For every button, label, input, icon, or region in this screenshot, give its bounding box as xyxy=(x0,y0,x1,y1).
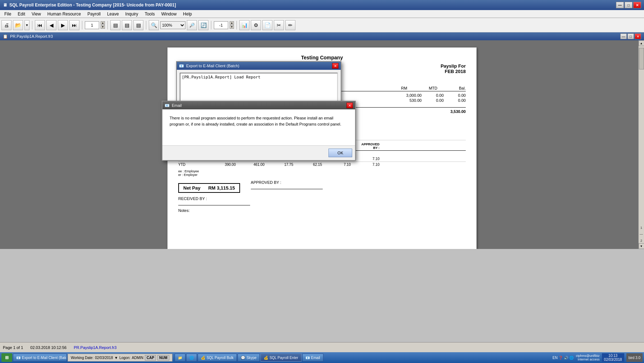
working-date-section: Working Date: 02/03/2018 ▼ Logon: ADMIN … xyxy=(68,354,172,362)
cap-badge: CAP xyxy=(145,355,156,360)
error-message: There is no email program associated to … xyxy=(170,115,348,127)
net-pay-value: RM 3,115.15 xyxy=(208,185,235,191)
error-body: There is no email program associated to … xyxy=(162,109,355,145)
page-num-2: 2 xyxy=(640,239,642,242)
app-title: SQL Payroll Enterprise Edition - Testing… xyxy=(9,3,176,8)
taskbar-app-sql-bulk[interactable]: 💰 SQL Payroll Bulk xyxy=(198,354,237,362)
basic-bal: 0.00 xyxy=(458,93,466,97)
working-date-dropdown[interactable]: ▼ xyxy=(114,356,118,360)
scroll-track[interactable] xyxy=(639,46,644,225)
nav-down[interactable]: ▼ xyxy=(230,25,234,29)
refresh-btn[interactable]: 🔄 xyxy=(198,20,208,30)
sub-window-icon: 📋 xyxy=(3,34,8,39)
export-dialog-textarea[interactable] xyxy=(180,73,338,101)
edit-btn[interactable]: ✏ xyxy=(285,20,295,30)
ytd-val2: 62.15 xyxy=(300,163,322,167)
company-name: Testing Company xyxy=(178,55,466,60)
taskbar-app-email[interactable]: 📧 Email xyxy=(302,354,323,362)
pinned-apps: 📁 🌐 💰 SQL Payroll Bulk 💬 Skype 💰 SQL Pay… xyxy=(175,354,323,362)
zoom-in[interactable]: 🔍 xyxy=(149,20,159,30)
taskbar-item-0[interactable]: 📧 Export to E-Mail Client (Batch) xyxy=(13,354,67,362)
view-btn[interactable]: 📊 xyxy=(239,20,249,30)
menu-bar: File Edit View Human Resource Payroll Le… xyxy=(0,10,644,18)
sub-minimize[interactable]: — xyxy=(620,33,627,39)
nav-first[interactable]: ⏮ xyxy=(35,20,45,30)
menu-payroll[interactable]: Payroll xyxy=(84,11,104,17)
separator-5 xyxy=(211,21,211,30)
open-button[interactable]: 📂 xyxy=(13,20,23,30)
ee-label: ee : Employee xyxy=(178,169,199,173)
page-input[interactable] xyxy=(85,21,99,29)
nav-input[interactable] xyxy=(214,21,228,29)
settings-btn[interactable]: ⚙ xyxy=(251,20,261,30)
layout-btn-2[interactable]: ▤ xyxy=(122,20,132,30)
ytd-pcb: 390.00 xyxy=(214,163,236,167)
sys-tray: EN ❓ 🔊 🌐 xyxy=(553,356,574,360)
received-section: RECEIVED BY : xyxy=(178,196,466,205)
separator-6 xyxy=(236,21,237,30)
start-button[interactable]: ⊞ xyxy=(1,353,12,362)
nav-prev[interactable]: ◀ xyxy=(46,20,56,30)
email-error-dialog[interactable]: 📧 Email ✕ There is no email program asso… xyxy=(162,101,356,161)
menu-tools[interactable]: Tools xyxy=(142,11,158,17)
page-up[interactable]: ▲ xyxy=(101,21,105,25)
taskbar-item-icon-0: 📧 xyxy=(16,356,20,360)
approved-by: APPROVED BY : xyxy=(251,180,323,193)
taskbar-app-explorer[interactable]: 📁 xyxy=(175,354,185,362)
ok-button[interactable]: OK xyxy=(328,149,352,157)
blank-page-btn[interactable]: 📄 xyxy=(262,20,272,30)
scroll-up[interactable]: ▲ xyxy=(639,40,644,46)
payslip-title: Payslip For FEB 2018 xyxy=(441,63,466,82)
menu-view[interactable]: View xyxy=(29,11,44,17)
ytd-val1: 17.75 xyxy=(272,163,293,167)
taskbar-app-ie[interactable]: 🌐 xyxy=(186,354,197,362)
scroll-thumb[interactable] xyxy=(639,48,644,69)
app-icon: 🖥 xyxy=(3,3,7,8)
nav-last[interactable]: ⏭ xyxy=(69,20,79,30)
error-footer: OK xyxy=(162,145,355,160)
ee-legend: ee : Employee er : Employer xyxy=(178,169,199,177)
menu-inquiry[interactable]: Inquiry xyxy=(123,11,141,17)
menu-human-resource[interactable]: Human Resource xyxy=(45,11,84,17)
export-dialog-title: Export to E-Mail Client (Batch) xyxy=(186,64,239,68)
print-button[interactable]: 🖨 xyxy=(1,20,12,30)
sub-maximize[interactable]: □ xyxy=(627,33,634,39)
zoom-select[interactable]: 100% 75% 50% xyxy=(160,21,185,29)
num-badge: NUM xyxy=(157,355,169,360)
allowance-bal: 0.00 xyxy=(458,98,466,103)
nav-up[interactable]: ▲ xyxy=(230,21,234,25)
menu-help[interactable]: Help xyxy=(180,11,195,17)
delete-btn[interactable]: ✂ xyxy=(274,20,284,30)
menu-window[interactable]: Window xyxy=(158,11,180,17)
close-button[interactable]: ✕ xyxy=(633,2,641,8)
layout-btn-1[interactable]: ▤ xyxy=(110,20,120,30)
rm-label: RM xyxy=(401,86,407,90)
net-pay-section: Net Pay RM 3,115.15 APPROVED BY : xyxy=(178,180,466,193)
scroll-down[interactable]: ▼ xyxy=(639,243,644,249)
page-down[interactable]: ▼ xyxy=(101,25,105,29)
clock-date: 02/03/2018 xyxy=(604,358,622,362)
error-dialog-close-icon[interactable]: ✕ xyxy=(346,103,353,108)
export-dialog-close-icon[interactable]: ✕ xyxy=(332,63,339,69)
tb-dropdown[interactable]: ▼ xyxy=(24,20,29,30)
sql-bulk-label: SQL Payroll Bulk xyxy=(207,356,234,360)
zoom-out[interactable]: 🔎 xyxy=(187,20,197,30)
minimize-button[interactable]: — xyxy=(616,2,624,8)
taskbar-app-skype[interactable]: 💬 Skype xyxy=(238,354,260,362)
right-scrollbar[interactable]: ▲ 1 — 2 ▼ xyxy=(638,40,644,249)
separator-1 xyxy=(32,21,32,30)
report-link[interactable]: PR.Payslip1A.Report.fr3 xyxy=(74,345,116,350)
sub-close[interactable]: ✕ xyxy=(635,33,641,39)
logon-label: Logon: xyxy=(119,356,130,360)
taskbar-app-sql-payroll[interactable]: 💰 SQL Payroll Enter xyxy=(261,354,302,362)
date-time: 02.03.2018 10:12:56 xyxy=(30,345,66,350)
status-bar: Page 1 of 1 02.03.2018 10:12:56 PR.Paysl… xyxy=(0,342,644,352)
layout-btn-3[interactable]: ▤ xyxy=(133,20,143,30)
taskbar-right: EN ❓ 🔊 🌐 ctphms@unifibiz Internet access… xyxy=(553,353,643,362)
menu-leave[interactable]: Leave xyxy=(104,11,122,17)
nav-next[interactable]: ▶ xyxy=(58,20,68,30)
current-mth-val4: 7.10 xyxy=(358,157,380,161)
menu-edit[interactable]: Edit xyxy=(15,11,28,17)
maximize-button[interactable]: □ xyxy=(625,2,632,8)
menu-file[interactable]: File xyxy=(1,11,14,17)
